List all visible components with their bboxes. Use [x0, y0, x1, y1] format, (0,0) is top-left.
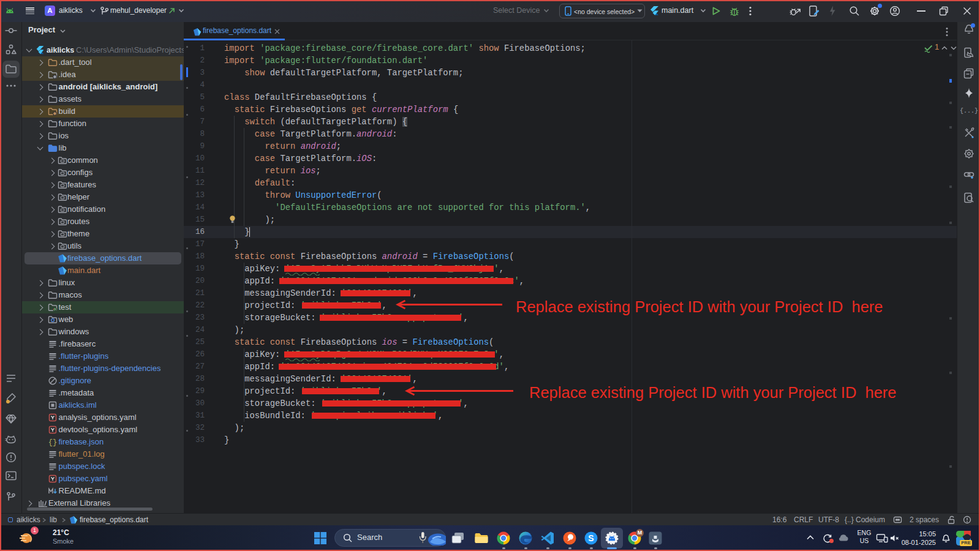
- svg-text:{}: {}: [48, 438, 57, 447]
- svg-text:S: S: [588, 533, 594, 543]
